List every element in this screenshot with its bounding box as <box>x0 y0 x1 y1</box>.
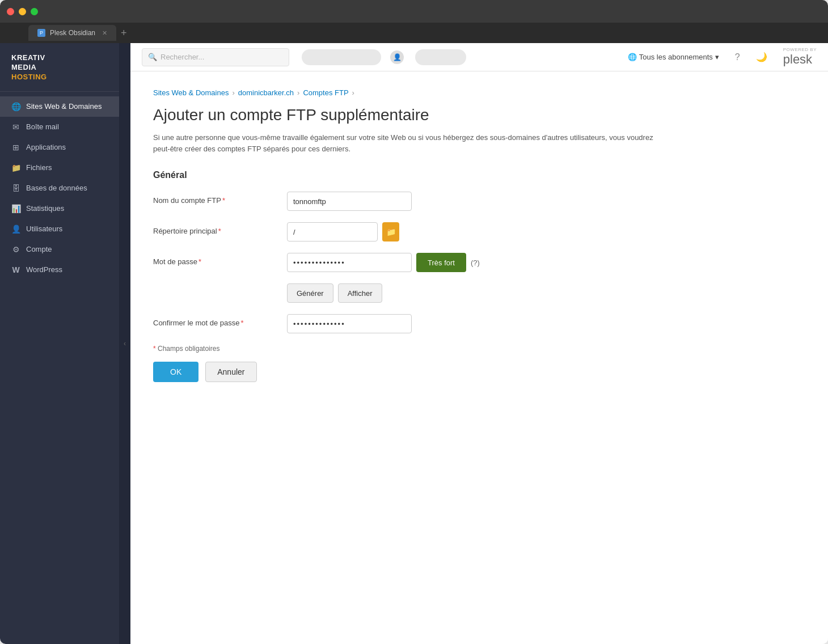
breadcrumb-sep-2: › <box>297 88 299 97</box>
sidebar-collapse-button[interactable]: ‹ <box>119 43 130 644</box>
breadcrumb-sep-3: › <box>352 88 354 97</box>
gen-show-control: Générer Afficher <box>287 283 382 303</box>
sidebar-item-bases-donnees[interactable]: Bases de données <box>0 178 119 198</box>
app-container: KREATIV MEDIA HOSTING Sites Web & Domain… <box>0 43 828 644</box>
password-strength-button: Très fort <box>416 253 466 272</box>
tab-title: Plesk Obsidian <box>50 29 95 37</box>
show-password-button[interactable]: Afficher <box>338 283 382 303</box>
required-note: * Champs obligatoires <box>153 345 805 353</box>
sidebar-item-wordpress[interactable]: WordPress <box>0 260 119 280</box>
sidebar-label-sites: Sites Web & Domaines <box>26 102 102 111</box>
required-star-confirm: * <box>240 319 243 327</box>
sidebar-item-statistiques[interactable]: Statistiques <box>0 198 119 219</box>
moon-icon: 🌙 <box>756 52 767 62</box>
search-placeholder: Rechercher... <box>160 53 204 61</box>
home-dir-row: Répertoire principal* 📁 <box>153 222 805 242</box>
gen-show-row: Générer Afficher <box>153 283 805 303</box>
plesk-logo: POWERED BY plesk <box>783 47 817 67</box>
breadcrumb-sites-web[interactable]: Sites Web & Domaines <box>153 88 229 97</box>
browse-folder-button[interactable]: 📁 <box>382 222 399 242</box>
close-button[interactable] <box>7 8 14 15</box>
page-title: Ajouter un compte FTP supplémentaire <box>153 106 805 124</box>
sidebar-item-utilisateurs[interactable]: Utilisateurs <box>0 219 119 239</box>
breadcrumb-comptes-ftp[interactable]: Comptes FTP <box>303 88 348 97</box>
password-input[interactable] <box>287 253 412 272</box>
search-box[interactable]: 🔍 Rechercher... <box>142 48 289 66</box>
help-icon: ? <box>735 52 740 62</box>
user-pill <box>302 49 381 65</box>
window-chrome <box>0 0 828 23</box>
sidebar-item-sites-web[interactable]: Sites Web & Domaines <box>0 96 119 117</box>
ftp-name-row: Nom du compte FTP* <box>153 192 805 211</box>
sidebar: KREATIV MEDIA HOSTING Sites Web & Domain… <box>0 43 119 644</box>
password-control: Très fort (?) <box>287 253 480 272</box>
confirm-password-control <box>287 314 412 333</box>
password-label: Mot de passe* <box>153 253 278 266</box>
wordpress-icon <box>11 265 20 274</box>
main-content: 🔍 Rechercher... 👤 🌐 Tous les abonnements… <box>130 43 828 644</box>
tab-bar: P Plesk Obsidian ✕ + <box>0 23 828 43</box>
subscriptions-dropdown[interactable]: 🌐 Tous les abonnements ▾ <box>623 50 724 63</box>
tab-favicon: P <box>37 29 45 37</box>
ftp-name-label: Nom du compte FTP* <box>153 192 278 205</box>
stats-icon <box>11 204 20 213</box>
apps-icon <box>11 143 20 152</box>
required-star-pass: * <box>198 257 201 266</box>
mail-icon <box>11 122 20 132</box>
home-dir-input[interactable] <box>287 222 378 242</box>
sidebar-label-mail: Boîte mail <box>26 122 59 131</box>
minimize-button[interactable] <box>19 8 26 15</box>
database-icon <box>11 184 20 193</box>
sidebar-label-account: Compte <box>26 245 52 253</box>
sidebar-label-stats: Statistiques <box>26 204 64 213</box>
dropdown-arrow-icon: ▾ <box>715 53 719 61</box>
confirm-password-row: Confirmer le mot de passe* <box>153 314 805 333</box>
section-general-title: Général <box>153 170 805 180</box>
breadcrumb-domain[interactable]: dominicbarker.ch <box>238 88 294 97</box>
ok-button[interactable]: OK <box>153 362 198 382</box>
search-icon: 🔍 <box>148 53 157 61</box>
sidebar-item-applications[interactable]: Applications <box>0 137 119 158</box>
active-tab[interactable]: P Plesk Obsidian ✕ <box>28 25 116 41</box>
sidebar-item-boite-mail[interactable]: Boîte mail <box>0 117 119 137</box>
ftp-name-input[interactable] <box>287 192 412 211</box>
sidebar-label-users: Utilisateurs <box>26 224 62 233</box>
form: Nom du compte FTP* Répertoire principal* <box>153 192 805 333</box>
password-help-link[interactable]: (?) <box>471 259 480 267</box>
files-icon <box>11 163 20 172</box>
confirm-password-input[interactable] <box>287 314 412 333</box>
fullscreen-button[interactable] <box>31 8 38 15</box>
topbar: 🔍 Rechercher... 👤 🌐 Tous les abonnements… <box>130 43 828 71</box>
help-button[interactable]: ? <box>730 50 745 65</box>
sidebar-item-compte[interactable]: Compte <box>0 239 119 260</box>
password-row: Mot de passe* Très fort (?) <box>153 253 805 272</box>
sidebar-label-files: Fichiers <box>26 163 52 172</box>
breadcrumb-sep-1: › <box>232 88 234 97</box>
logo-text: KREATIV MEDIA HOSTING <box>11 53 108 82</box>
account-icon <box>11 245 20 254</box>
page-description: Si une autre personne que vous-même trav… <box>153 132 664 154</box>
user-name-pill <box>415 49 466 65</box>
sidebar-label-db: Bases de données <box>26 184 87 192</box>
confirm-password-label: Confirmer le mot de passe* <box>153 314 278 327</box>
breadcrumb: Sites Web & Domaines › dominicbarker.ch … <box>153 88 805 97</box>
action-row: OK Annuler <box>153 362 805 382</box>
collapse-icon: ‹ <box>124 340 126 348</box>
new-tab-button[interactable]: + <box>121 27 127 39</box>
sidebar-label-apps: Applications <box>26 143 66 151</box>
sidebar-logo: KREATIV MEDIA HOSTING <box>0 43 119 92</box>
user-avatar: 👤 <box>390 50 404 64</box>
users-icon <box>11 224 20 234</box>
generate-button[interactable]: Générer <box>287 283 333 303</box>
folder-icon: 📁 <box>386 227 396 236</box>
dark-mode-toggle[interactable]: 🌙 <box>751 49 772 65</box>
cancel-button[interactable]: Annuler <box>205 362 256 382</box>
strength-label: Très fort <box>428 259 455 267</box>
required-star-ftp: * <box>222 196 225 205</box>
sidebar-nav: Sites Web & Domaines Boîte mail Applicat… <box>0 92 119 644</box>
action-section: * Champs obligatoires OK Annuler <box>153 345 805 382</box>
home-dir-control: 📁 <box>287 222 399 242</box>
tab-close-icon[interactable]: ✕ <box>102 29 107 37</box>
subscriptions-label: Tous les abonnements <box>639 53 713 61</box>
sidebar-item-fichiers[interactable]: Fichiers <box>0 158 119 178</box>
